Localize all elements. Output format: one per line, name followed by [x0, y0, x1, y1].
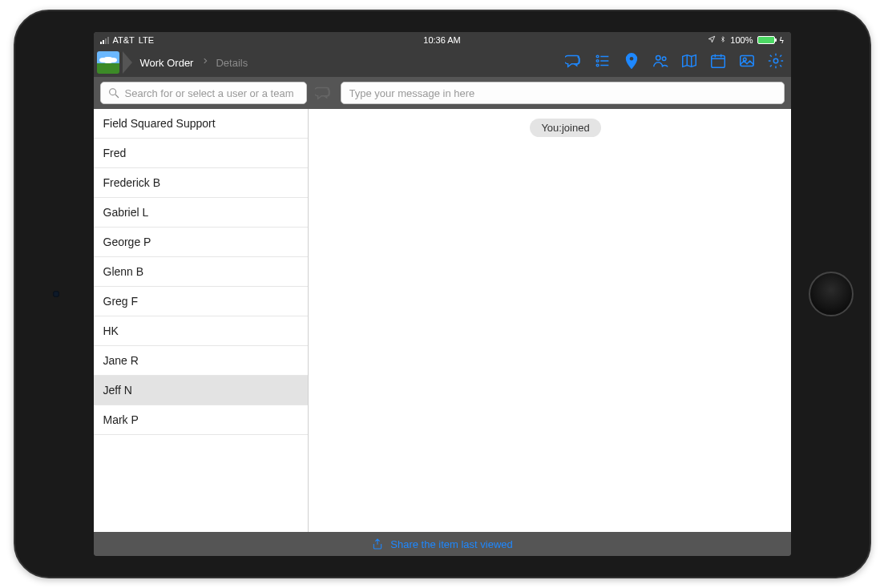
front-camera: [53, 291, 59, 297]
svg-point-8: [662, 57, 666, 61]
network-label: LTE: [139, 35, 154, 45]
svg-rect-11: [711, 56, 725, 68]
signal-icon: [100, 36, 109, 44]
chevron-right-icon: [201, 55, 209, 70]
svg-point-6: [629, 57, 633, 61]
home-button[interactable]: [809, 272, 854, 316]
app-nav-bar: Work Order Details: [94, 48, 791, 77]
contact-row[interactable]: Greg F: [94, 287, 308, 316]
chat-area: You:joined: [309, 109, 791, 532]
map-pin-icon[interactable]: [623, 52, 640, 73]
charging-icon: ϟ: [779, 36, 785, 45]
breadcrumb-chevron-icon: [123, 51, 132, 74]
list-icon[interactable]: [594, 52, 612, 73]
svg-point-7: [656, 56, 660, 61]
app-logo[interactable]: [97, 51, 119, 74]
share-icon: [371, 538, 384, 550]
system-message-bubble: You:joined: [530, 119, 600, 137]
svg-point-4: [596, 64, 599, 66]
svg-point-2: [596, 60, 599, 62]
breadcrumb-next[interactable]: Details: [212, 57, 251, 69]
message-input-field[interactable]: [341, 82, 785, 104]
contact-row[interactable]: Mark P: [94, 405, 308, 435]
search-icon: [107, 87, 120, 99]
conversation-icon: [315, 84, 333, 102]
map-icon[interactable]: [680, 52, 698, 73]
contact-row[interactable]: Glenn B: [94, 257, 308, 287]
contact-row[interactable]: Jane R: [94, 346, 308, 376]
svg-point-20: [773, 58, 778, 63]
chat-icon[interactable]: [565, 52, 583, 73]
contact-row[interactable]: Jeff N: [94, 376, 308, 405]
calendar-icon[interactable]: [709, 52, 727, 73]
people-icon[interactable]: [652, 52, 669, 73]
svg-line-22: [115, 95, 119, 98]
svg-point-21: [109, 89, 115, 95]
tablet-outline: AT&T LTE 10:36 AM 100% ϟ: [0, 0, 884, 588]
contact-row[interactable]: George P: [94, 228, 308, 257]
breadcrumb-current[interactable]: Work Order: [135, 57, 199, 69]
carrier-label: AT&T: [113, 35, 135, 45]
photo-icon[interactable]: [738, 52, 756, 73]
gear-icon[interactable]: [767, 52, 785, 73]
clock-label: 10:36 AM: [423, 35, 460, 45]
tablet-frame: AT&T LTE 10:36 AM 100% ϟ: [14, 10, 871, 578]
user-search-input[interactable]: [125, 87, 300, 99]
contact-row[interactable]: Frederick B: [94, 168, 308, 198]
contact-row[interactable]: Gabriel L: [94, 198, 308, 228]
share-label: Share the item last viewed: [390, 538, 512, 550]
battery-icon: [757, 36, 775, 44]
location-icon: [708, 35, 716, 45]
message-input[interactable]: [349, 87, 776, 99]
contact-row[interactable]: HK: [94, 316, 308, 346]
contact-row[interactable]: Field Squared Support: [94, 109, 308, 139]
contacts-sidebar[interactable]: Field Squared SupportFredFrederick BGabr…: [94, 109, 309, 532]
screen: AT&T LTE 10:36 AM 100% ϟ: [94, 32, 791, 556]
battery-pct-label: 100%: [730, 35, 753, 45]
user-search-field[interactable]: [100, 82, 307, 104]
share-footer[interactable]: Share the item last viewed: [94, 532, 791, 556]
svg-point-0: [596, 55, 599, 58]
contact-row[interactable]: Fred: [94, 139, 308, 168]
search-message-toolbar: [94, 77, 791, 109]
bluetooth-icon: [720, 34, 726, 46]
ios-status-bar: AT&T LTE 10:36 AM 100% ϟ: [94, 32, 791, 48]
main-content: Field Squared SupportFredFrederick BGabr…: [94, 109, 791, 532]
